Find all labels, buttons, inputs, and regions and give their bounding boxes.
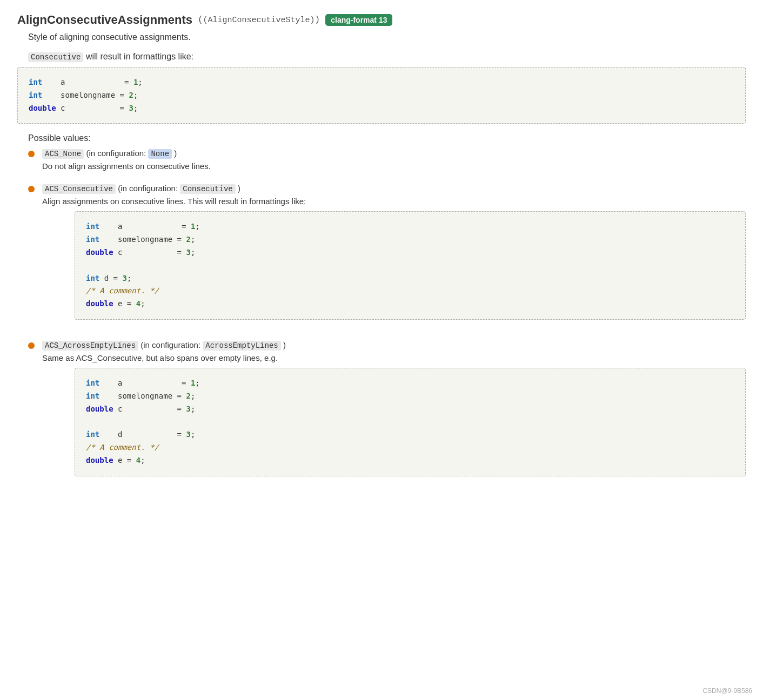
bullet-item-acs-none: ACS_None (in configuration: None ) Do no… bbox=[28, 149, 746, 173]
bullet-dot-acs-consecutive bbox=[28, 186, 35, 192]
acs-consecutive-code: ACS_Consecutive bbox=[42, 184, 116, 194]
code-block-consecutive: int a = 1; int somelongname = 2; double … bbox=[75, 211, 746, 320]
bullet-content-acs-acrossemptylines: ACS_AcrossEmptyLines (in configuration: … bbox=[42, 340, 746, 486]
bullet-title-acs-none: ACS_None (in configuration: None ) bbox=[42, 149, 746, 158]
code-pre-consecutive: int a = 1; int somelongname = 2; double … bbox=[86, 220, 734, 311]
acs-acrossemptylines-code: ACS_AcrossEmptyLines bbox=[42, 341, 138, 351]
code-pre-1: int a = 1; int somelongname = 2; double … bbox=[29, 76, 734, 115]
bullet-item-acs-consecutive: ACS_Consecutive (in configuration: Conse… bbox=[28, 184, 746, 329]
acs-acrossemptylines-config: AcrossEmptyLines bbox=[203, 341, 280, 351]
code-block-acrossemptylines: int a = 1; int somelongname = 2; double … bbox=[75, 368, 746, 476]
bullet-content-acs-none: ACS_None (in configuration: None ) Do no… bbox=[42, 149, 746, 173]
acs-acrossemptylines-desc: Same as ACS_Consecutive, but also spans … bbox=[42, 353, 746, 362]
acs-none-code: ACS_None bbox=[42, 149, 84, 159]
consecutive-code: Consecutive bbox=[28, 52, 83, 62]
bullet-dot-acs-acrossemptylines bbox=[28, 342, 35, 349]
bullet-title-acs-consecutive: ACS_Consecutive (in configuration: Conse… bbox=[42, 184, 746, 193]
bullet-title-acs-acrossemptylines: ACS_AcrossEmptyLines (in configuration: … bbox=[42, 340, 746, 350]
page-title: AlignConsecutiveAssignments ((AlignConse… bbox=[17, 13, 746, 27]
consecutive-label: Consecutive will result in formattings l… bbox=[28, 52, 746, 62]
title-mono: ((AlignConsecutiveStyle)) bbox=[198, 15, 320, 25]
acs-consecutive-config: Consecutive bbox=[180, 184, 235, 194]
subtitle: Style of aligning consecutive assignment… bbox=[28, 32, 746, 42]
code-pre-acrossemptylines: int a = 1; int somelongname = 2; double … bbox=[86, 377, 734, 467]
acs-consecutive-desc: Align assignments on consecutive lines. … bbox=[42, 197, 746, 206]
bullet-content-acs-consecutive: ACS_Consecutive (in configuration: Conse… bbox=[42, 184, 746, 329]
acs-none-desc: Do not align assignments on consecutive … bbox=[42, 161, 746, 171]
acs-none-config: None bbox=[148, 149, 172, 159]
version-badge: clang-format 13 bbox=[325, 14, 392, 26]
possible-values-label: Possible values: bbox=[28, 133, 746, 143]
bullet-list: ACS_None (in configuration: None ) Do no… bbox=[28, 149, 746, 486]
code-block-1: int a = 1; int somelongname = 2; double … bbox=[17, 67, 746, 124]
bullet-dot-acs-none bbox=[28, 151, 35, 157]
bullet-item-acs-acrossemptylines: ACS_AcrossEmptyLines (in configuration: … bbox=[28, 340, 746, 486]
title-main: AlignConsecutiveAssignments bbox=[17, 13, 192, 27]
